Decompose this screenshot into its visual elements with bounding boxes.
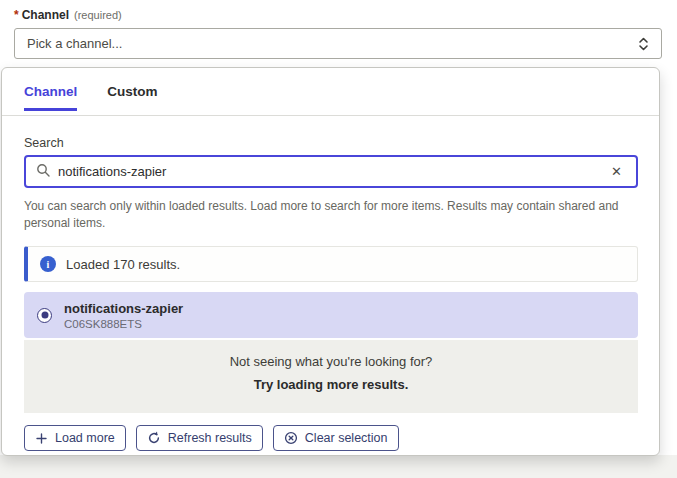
load-more-button[interactable]: Load more	[24, 425, 126, 451]
field-name: Channel	[22, 8, 69, 22]
channel-dropdown-panel: Channel Custom Search ✕ You can search o…	[1, 67, 660, 456]
radio-selected-icon	[37, 308, 52, 323]
load-more-label: Load more	[55, 431, 115, 445]
search-clear-icon[interactable]: ✕	[607, 162, 626, 181]
circle-x-icon	[284, 431, 298, 445]
result-name: notifications-zapier	[64, 301, 183, 316]
channel-picker-screen: *Channel(required) Pick a channel... Cha…	[0, 0, 677, 478]
channel-select[interactable]: Pick a channel...	[14, 28, 662, 59]
tab-channel[interactable]: Channel	[24, 84, 77, 111]
plus-icon	[35, 432, 48, 445]
clear-selection-label: Clear selection	[305, 431, 388, 445]
search-help-text: You can search only within loaded result…	[24, 198, 630, 232]
tab-custom[interactable]: Custom	[107, 84, 157, 111]
hint-line2: Try loading more results.	[24, 377, 638, 392]
channel-select-value: Pick a channel...	[27, 36, 638, 51]
chevron-updown-icon	[638, 36, 649, 52]
loaded-results-alert: i Loaded 170 results.	[24, 246, 638, 282]
clear-selection-button[interactable]: Clear selection	[273, 425, 399, 451]
required-note: (required)	[74, 9, 122, 21]
page-background	[0, 455, 677, 478]
search-input[interactable]	[58, 164, 599, 179]
info-icon: i	[40, 256, 56, 272]
search-label: Search	[24, 136, 64, 150]
field-label: *Channel(required)	[14, 8, 122, 22]
tabs-divider	[2, 115, 659, 116]
load-more-hint: Not seeing what you're looking for? Try …	[24, 340, 638, 413]
action-button-row: Load more Refresh results	[24, 425, 399, 451]
refresh-results-button[interactable]: Refresh results	[136, 425, 263, 451]
result-text: notifications-zapier C06SK888ETS	[64, 301, 183, 330]
result-id: C06SK888ETS	[64, 318, 183, 330]
search-icon	[36, 163, 50, 181]
required-asterisk: *	[14, 8, 19, 22]
alert-text: Loaded 170 results.	[66, 257, 180, 272]
refresh-results-label: Refresh results	[168, 431, 252, 445]
search-box: ✕	[24, 155, 638, 188]
result-item-selected[interactable]: notifications-zapier C06SK888ETS	[24, 292, 638, 338]
refresh-icon	[147, 431, 161, 445]
hint-line1: Not seeing what you're looking for?	[24, 354, 638, 369]
tab-bar: Channel Custom	[24, 84, 158, 111]
